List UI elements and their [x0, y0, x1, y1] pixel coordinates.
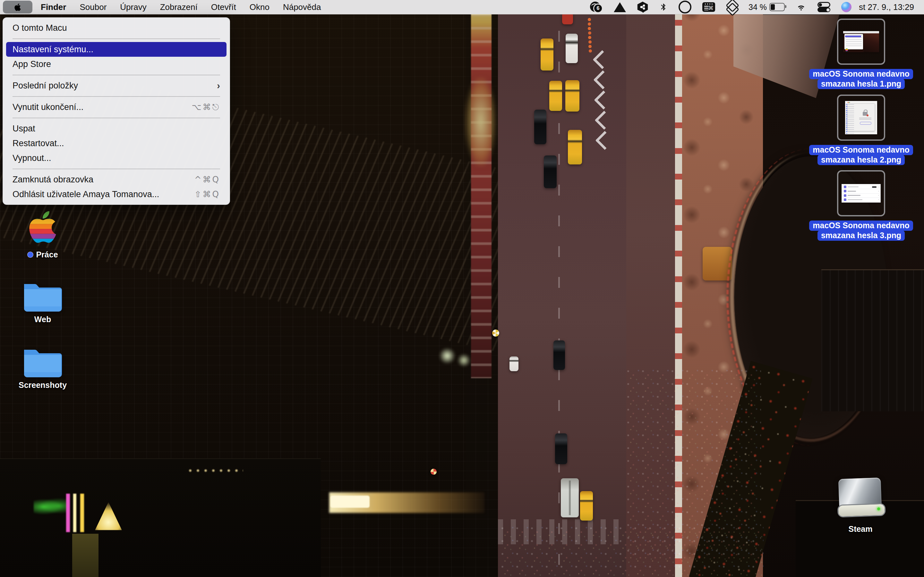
- keyboard-switcher-icon[interactable]: ⌘: [697, 0, 720, 14]
- file-label-line2: smazana hesla 3.png: [817, 230, 905, 241]
- status-circle-wave-icon[interactable]: [673, 0, 697, 14]
- menu-bar-item-soubor[interactable]: Soubor: [73, 0, 113, 14]
- menu-separator: [3, 71, 230, 78]
- desktop-icon-label: Screenshoty: [19, 380, 67, 390]
- bluetooth-icon[interactable]: [654, 0, 673, 14]
- wallpaper-black-suv: [534, 110, 546, 144]
- wallpaper-light-string: [187, 464, 243, 477]
- folder-icon: [22, 345, 63, 377]
- apple-menu-button[interactable]: [3, 1, 32, 13]
- wallpaper-neon-strip: [66, 494, 89, 532]
- desktop-icon-web-folder[interactable]: Web: [12, 279, 73, 324]
- menu-item-label: App Store: [13, 59, 51, 69]
- menu-item-label: Vynutit ukončení...: [13, 102, 83, 112]
- menu-separator: [3, 114, 230, 121]
- file-label: macOS Sonoma nedavno smazana hesla 1.png: [809, 69, 913, 89]
- blue-tag-dot: [27, 251, 33, 258]
- file-label-line1: macOS Sonoma nedavno: [809, 145, 913, 155]
- desktop-icon-label: Práce: [27, 250, 58, 259]
- menu-item-label: Odhlásit uživatele Amaya Tomanova...: [13, 189, 159, 199]
- menu-item-lock-screen[interactable]: Zamknutá obrazovka ^⌘Q: [3, 172, 230, 187]
- wallpaper-taxi: [549, 81, 562, 111]
- file-label-line1: macOS Sonoma nedavno: [809, 69, 913, 79]
- menu-bar: Finder Soubor Úpravy Zobrazení Otevřít O…: [0, 0, 924, 15]
- file-label: macOS Sonoma nedavno smazana hesla 3.png: [809, 221, 913, 241]
- battery-indicator[interactable]: 34 %: [743, 0, 790, 14]
- menu-item-recent-items[interactable]: Poslední položky ›: [3, 78, 230, 93]
- menu-item-shut-down[interactable]: Vypnout...: [3, 151, 230, 165]
- wallpaper-taxi: [568, 130, 582, 164]
- wallpaper-white-car: [565, 34, 578, 63]
- icon-label-text: Steam: [848, 524, 872, 534]
- battery-icon: [769, 3, 785, 11]
- badge-count: 6: [593, 3, 603, 13]
- wallpaper-black-car: [544, 155, 557, 188]
- menu-item-force-quit[interactable]: Vynutit ukončení... ⌥⌘⎋: [3, 100, 230, 114]
- wallpaper-cart: [509, 356, 519, 371]
- menu-bar-item-napoveda[interactable]: Nápověda: [276, 0, 328, 14]
- status-layers-icon[interactable]: [720, 0, 743, 14]
- submenu-chevron-icon: ›: [217, 80, 220, 91]
- file-label-line2: smazana hesla 1.png: [817, 79, 905, 89]
- wallpaper-streetlight-glow: [457, 354, 471, 367]
- menu-item-system-settings[interactable]: Nastavení systému...: [6, 42, 226, 57]
- wallpaper-streetlight-glow: [438, 348, 456, 364]
- selection-border: [837, 19, 885, 65]
- menu-bar-left: Finder Soubor Úpravy Zobrazení Otevřít O…: [0, 0, 328, 14]
- apple-logo-icon: [14, 3, 21, 12]
- menu-item-sleep[interactable]: Uspat: [3, 121, 230, 136]
- desktop-drive-steam[interactable]: Steam: [813, 478, 909, 534]
- menu-bar-app-name[interactable]: Finder: [34, 0, 73, 14]
- desktop-file-2[interactable]: macOS Sonoma nedavno smazana hesla 2.png: [813, 95, 909, 165]
- menu-separator: [3, 35, 230, 42]
- external-drive-icon: [836, 477, 885, 519]
- selection-border: [837, 95, 885, 141]
- wallpaper-taxi: [580, 491, 593, 521]
- wallpaper-black-car: [553, 340, 565, 370]
- status-triangle-icon[interactable]: [608, 0, 632, 14]
- desktop-file-1[interactable]: macOS Sonoma nedavno smazana hesla 1.png: [813, 19, 909, 89]
- wallpaper-traffic-cones: [588, 18, 591, 21]
- menu-item-label: Vypnout...: [13, 153, 51, 163]
- wallpaper-taxi: [565, 80, 580, 111]
- wallpaper-bus: [561, 478, 579, 517]
- selection-border: › › › ›: [837, 170, 885, 216]
- wallpaper-rooftops-left: [0, 458, 321, 577]
- menu-bar-item-otevrit[interactable]: Otevřít: [204, 0, 243, 14]
- menu-item-about-this-mac[interactable]: O tomto Macu: [3, 21, 230, 35]
- wallpaper-crowd-right: [626, 369, 761, 561]
- status-app-badge-icon[interactable]: 6: [585, 0, 608, 14]
- control-center-icon[interactable]: [812, 0, 836, 14]
- menu-item-log-out[interactable]: Odhlásit uživatele Amaya Tomanova... ⇧⌘Q: [3, 187, 230, 201]
- icon-label-text: Web: [34, 314, 51, 324]
- siri-icon[interactable]: [836, 0, 857, 14]
- status-hexagon-share-icon[interactable]: [632, 0, 654, 14]
- menu-item-label: O tomto Macu: [13, 23, 67, 33]
- wallpaper-taxi: [541, 39, 553, 71]
- wifi-icon[interactable]: [790, 0, 812, 14]
- wallpaper-black-car: [555, 434, 567, 464]
- menu-item-label: Uspat: [13, 124, 35, 134]
- menu-item-restart[interactable]: Restartovat...: [3, 136, 230, 151]
- menu-item-shortcut: ⌥⌘⎋: [192, 102, 220, 112]
- drive-label: Steam: [848, 524, 872, 534]
- desktop-icon-screenshoty-folder[interactable]: Screenshoty: [12, 345, 73, 390]
- menu-item-shortcut: ⇧⌘Q: [194, 189, 220, 199]
- desktop-icon-label: Web: [34, 314, 51, 324]
- menu-item-shortcut: ^⌘Q: [194, 175, 220, 184]
- desktop-icon-prace[interactable]: Práce: [12, 207, 73, 259]
- menu-bar-item-okno[interactable]: Okno: [243, 0, 276, 14]
- apple-menu-dropdown: O tomto Macu Nastavení systému... App St…: [3, 17, 230, 205]
- menu-bar-item-upravy[interactable]: Úpravy: [113, 0, 153, 14]
- folder-icon: [22, 279, 63, 311]
- file-label-line1: macOS Sonoma nedavno: [809, 221, 913, 231]
- wallpaper-building-mid-right: [821, 269, 924, 411]
- menu-bar-item-zobrazeni[interactable]: Zobrazení: [153, 0, 204, 14]
- menu-bar-status: 6 ⌘ 34 % st 27. 9., 13:29: [585, 0, 924, 14]
- wallpaper-umbrella: [431, 469, 437, 475]
- menu-bar-clock[interactable]: st 27. 9., 13:29: [857, 0, 919, 14]
- icon-label-text: Práce: [36, 250, 58, 259]
- file-label: macOS Sonoma nedavno smazana hesla 2.png: [809, 145, 913, 165]
- desktop-file-3[interactable]: › › › › macOS Sonoma nedavno smazana hes…: [813, 170, 909, 241]
- menu-item-app-store[interactable]: App Store: [3, 57, 230, 71]
